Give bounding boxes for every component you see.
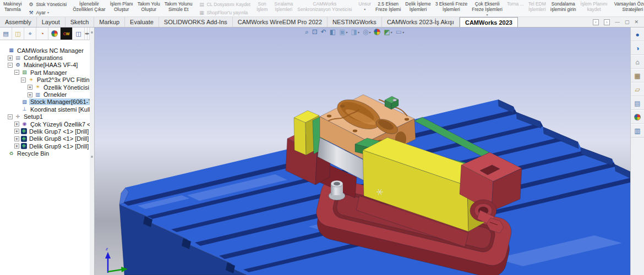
tree-item-setup1[interactable]: −✛Setup1 bbox=[0, 113, 90, 120]
setup-button[interactable]: ⚒Ayar▾ bbox=[28, 8, 67, 16]
instances-icon: ▥ bbox=[34, 92, 41, 98]
hole-machining-button[interactable]: Delik İşlemeİşlemleri bbox=[403, 0, 433, 16]
expand-expander[interactable]: + bbox=[14, 129, 19, 134]
extract-machinable-features-button[interactable]: İşlenebilirÖzellikleri Çıkar bbox=[70, 0, 108, 16]
chrome-bushing[interactable] bbox=[329, 180, 345, 200]
view-orientation-button[interactable]: ▣▾ bbox=[338, 28, 348, 36]
turn-button[interactable]: Torna ... bbox=[505, 0, 526, 16]
post-process-button[interactable]: Sonİşlem bbox=[254, 0, 270, 16]
camworks-operation-tree-tab[interactable]: ◫ bbox=[73, 28, 85, 40]
mill-25axis-button[interactable]: 2.5 EksenFreze İşlemi bbox=[373, 0, 403, 16]
tab-layout[interactable]: Layout bbox=[37, 17, 66, 27]
expand-expander[interactable]: + bbox=[28, 85, 32, 90]
insert-probing-button[interactable]: Sondalamaişlemini girin bbox=[548, 0, 578, 16]
tab-evaluate[interactable]: Evaluate bbox=[125, 17, 159, 27]
model-scene[interactable]: z bbox=[0, 28, 644, 275]
save-operation-plan-button-label: İşlem Planını bbox=[581, 1, 608, 7]
tree-item-hole-group8[interactable]: +✚Delik Grup8 <1> [Drill] bbox=[0, 135, 90, 142]
tree-item-multisurface-feature7[interactable]: +◉Çok Yüzeyli Özellik7 <1> [Ar bbox=[0, 120, 90, 128]
zoom-to-fit-button[interactable]: ⌕ bbox=[304, 28, 310, 36]
panel-splitter[interactable] bbox=[90, 28, 95, 275]
custom-properties-button[interactable]: ▥ bbox=[631, 124, 644, 138]
zoom-to-area-button[interactable]: ⊡ bbox=[311, 28, 319, 36]
multiaxis-mill-button[interactable]: Çok EksenliFreze İşlemleri▾ bbox=[470, 0, 505, 16]
mill-3axis-button[interactable]: 3 Eksenli Frezeİşlemleri bbox=[433, 0, 470, 16]
tree-item-configurations[interactable]: +▤Configurations bbox=[0, 54, 90, 61]
tree-item-machine[interactable]: −⚙Makine[HAAS VF-4] bbox=[0, 62, 90, 69]
tree-item-hole-group7[interactable]: +✚Delik Grup7 <1> [Drill] bbox=[0, 128, 90, 135]
expand-expander[interactable]: + bbox=[28, 92, 32, 97]
tree-item-coordinate-system[interactable]: ⊥Koordinat sistemi [Kullanıcı Tar bbox=[0, 106, 90, 113]
hide-show-items-button[interactable]: ◎▾ bbox=[362, 28, 372, 36]
expand-expander[interactable]: + bbox=[14, 144, 19, 148]
camworks-sync-manager-button[interactable]: CAMWorksSenkronizasyon Yöneticisi bbox=[295, 0, 354, 16]
home-button[interactable]: ⌂ bbox=[631, 55, 644, 69]
tab-camworks-2023[interactable]: CAMWorks 2023 bbox=[460, 17, 518, 27]
graphics-viewport[interactable]: z ⌕⊡↶◧▣▾◨▾◎▾◩▾▭▾ bbox=[0, 28, 644, 275]
expand-expander[interactable]: + bbox=[8, 56, 13, 61]
tree-item-recycle-bin[interactable]: ♻Recycle Bin bbox=[0, 150, 90, 157]
publish-shopfloor-button[interactable]: ▦ShopFloor'u yayınla bbox=[198, 8, 250, 16]
tab-camworks-2023-i-ak-[interactable]: CAMWorks 2023-İş Akışı bbox=[382, 17, 460, 27]
close-button[interactable]: ✕ bbox=[634, 20, 638, 25]
generate-toolpath-button[interactable]: Takım YoluOluştur bbox=[135, 0, 162, 16]
collapse-expander[interactable]: − bbox=[14, 70, 19, 75]
expand-expander[interactable]: + bbox=[14, 136, 19, 141]
ribbon-toolbar: MakineyiTanımla⚙Stok Yöneticisi⚒Ayar▾İşl… bbox=[0, 0, 644, 17]
default-feature-strategies-button[interactable]: Varsayılan ÖzellikStratejileri bbox=[612, 0, 644, 16]
feature-manager-tab[interactable]: ▤ bbox=[0, 28, 12, 40]
feature-button[interactable]: Unsur▾ bbox=[356, 0, 373, 16]
view-settings-button[interactable]: ▭▾ bbox=[395, 28, 405, 36]
define-machine-button[interactable]: MakineyiTanımla bbox=[1, 0, 24, 16]
tab-assembly[interactable]: Assembly bbox=[0, 17, 37, 27]
tree-item-label: Çok Yüzeyli Özellik7 <1> [Ar bbox=[29, 121, 90, 128]
design-library-button[interactable]: ▦ bbox=[631, 69, 644, 82]
tab-camworks-wireedm-pro-2022[interactable]: CAMWorks WireEDM Pro 2022 bbox=[233, 17, 328, 27]
next-document-button[interactable]: › bbox=[604, 19, 610, 25]
apply-scene-button[interactable]: ◩▾ bbox=[383, 28, 393, 36]
tree-item-stock-manager[interactable]: ▧Stock Manager[6061-T6] bbox=[0, 98, 90, 106]
stock-manager-button[interactable]: ⚙Stok Yöneticisi bbox=[28, 0, 67, 8]
collapse-expander[interactable]: − bbox=[8, 63, 13, 68]
wire-edm-button[interactable]: Tel EDMİşlemleri bbox=[526, 0, 548, 16]
tab-nestingworks[interactable]: NESTINGWorks bbox=[328, 17, 382, 27]
define-machine-button-label: Tanımla bbox=[4, 7, 21, 12]
3dexperience-button[interactable]: ● bbox=[631, 28, 644, 41]
tab-sketch[interactable]: Sketch bbox=[66, 17, 95, 27]
collapse-expander[interactable]: − bbox=[8, 114, 13, 119]
tab-solidworks-add-ins[interactable]: SOLIDWORKS Add-Ins bbox=[159, 17, 233, 27]
tree-item-label: Part Manager bbox=[29, 69, 68, 76]
display-manager-tab[interactable] bbox=[48, 28, 61, 40]
sort-operations-button[interactable]: Sıralamaİşlemleri bbox=[272, 0, 295, 16]
camworks-feature-tree-tab[interactable]: CW bbox=[61, 28, 73, 40]
publish-icon: ▦ bbox=[198, 10, 205, 15]
tree-item-instances[interactable]: +▥Örnekler bbox=[0, 91, 90, 98]
save-operation-plan-button[interactable]: İşlem Planınıkaydet bbox=[578, 0, 610, 16]
simulate-toolpath-button[interactable]: Takım YolunuSimüle Et bbox=[162, 0, 195, 16]
display-style-button[interactable]: ◨▾ bbox=[350, 28, 361, 36]
feature-tree-panel: ▤◫⌖◔CW◫◂▸ ▦CAMWorks NC Manager+▤Configur… bbox=[0, 28, 90, 275]
appearances-button[interactable] bbox=[631, 110, 644, 124]
expand-expander[interactable]: + bbox=[14, 122, 19, 127]
dimxpert-manager-tab[interactable]: ◔ bbox=[36, 28, 48, 40]
tree-item-hole-group9[interactable]: +✚Delik Grup9 <1> [Drill] bbox=[0, 142, 90, 150]
tree-item-part-manager[interactable]: −▧Part Manager bbox=[0, 69, 90, 76]
edit-appearance-button[interactable] bbox=[373, 28, 381, 36]
section-view-button[interactable]: ◧ bbox=[329, 28, 337, 36]
view-palette-button[interactable]: ▤ bbox=[631, 96, 644, 110]
minimize-button[interactable]: — bbox=[615, 20, 620, 25]
tree-item-part2[interactable]: −☀Part2^3x PVC Fitting Mold.SL bbox=[0, 76, 90, 84]
save-cl-file-button[interactable]: ▤CL Dosyasını Kaydet bbox=[198, 0, 250, 8]
generate-operation-plan-button[interactable]: İşlem PlanıOluştur bbox=[108, 0, 135, 16]
property-manager-tab[interactable]: ◫ bbox=[12, 28, 24, 40]
solidworks-resources-button[interactable]: ◑ bbox=[631, 41, 644, 55]
tree-item-nc-manager[interactable]: ▦CAMWorks NC Manager bbox=[0, 47, 90, 54]
tree-item-feature-manager[interactable]: +☀Özellik Yöneticisi bbox=[0, 84, 90, 91]
tab-markup[interactable]: Markup bbox=[94, 17, 125, 27]
previous-document-button[interactable]: ‹ bbox=[593, 19, 599, 25]
restore-button[interactable]: ▢ bbox=[625, 20, 630, 25]
collapse-expander[interactable]: − bbox=[21, 78, 26, 82]
configuration-manager-tab[interactable]: ⌖ bbox=[24, 28, 36, 40]
previous-view-button[interactable]: ↶ bbox=[320, 28, 328, 36]
file-explorer-button[interactable]: ▱ bbox=[631, 82, 644, 96]
